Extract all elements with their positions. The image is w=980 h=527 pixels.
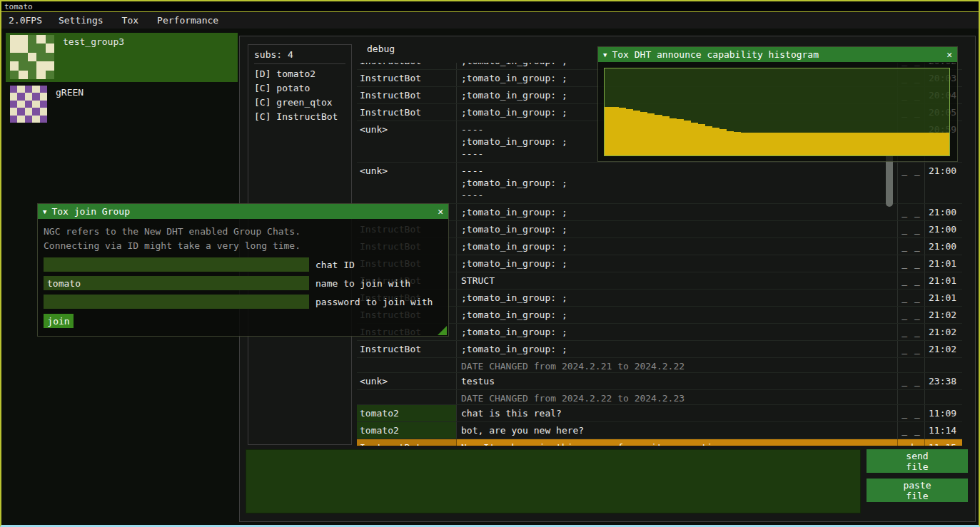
member-list-item[interactable]: [C] green_qtox [254, 96, 345, 110]
paste-file-button[interactable]: paste file [867, 479, 968, 502]
histogram-bar [712, 128, 719, 155]
histogram-bar [748, 133, 755, 155]
join-name-row: name to join with [44, 276, 443, 290]
message-status: _ _ [898, 307, 925, 323]
message-row[interactable]: tomato2bot, are you new here?_ _11:14 [357, 422, 962, 439]
message-status: _ _ [898, 373, 925, 389]
message-time: 21:00 [925, 204, 962, 220]
histogram-bar [670, 118, 677, 155]
member-list-item[interactable]: [C] InstructBot [254, 110, 345, 124]
message-text: ;tomato_in_group: ; [457, 307, 898, 323]
histogram-bar [762, 133, 769, 155]
histogram-bar [755, 133, 762, 155]
message-row[interactable]: <unk>testus_ _23:38 [357, 373, 962, 390]
resize-grip[interactable] [438, 326, 447, 335]
message-time: 21:00 [925, 163, 962, 203]
chat-id-input[interactable] [44, 257, 309, 272]
close-icon[interactable]: ✕ [946, 49, 952, 60]
join-name-input[interactable] [44, 276, 309, 290]
message-status: _ _ [898, 255, 925, 272]
message-status: _ _ [898, 272, 925, 289]
histogram-bar [719, 129, 727, 155]
message-sender: InstructBot [357, 104, 457, 121]
join-group-titlebar[interactable]: ▼ Tox join Group ✕ [38, 204, 448, 219]
chat-id-label: chat ID [315, 260, 355, 270]
histogram-bar [928, 133, 935, 155]
message-status: _ _ [898, 341, 925, 357]
message-status [898, 390, 925, 404]
message-sender: tomato2 [357, 405, 457, 421]
dht-histogram-titlebar[interactable]: ▼ Tox DHT announce capability histogram … [598, 47, 957, 62]
join-password-input[interactable] [44, 295, 309, 309]
menu-bar: 2.0FPS SettingsToxPerformance [1, 12, 979, 29]
message-time: 21:01 [925, 290, 962, 306]
histogram-bar [684, 121, 691, 155]
message-row[interactable]: <unk>---- ;tomato_in_group: ; ----_ _21:… [357, 163, 962, 204]
message-row[interactable]: InstructBotNo, I've been in this group f… [357, 439, 962, 446]
message-text: ;tomato_in_group: ; [457, 324, 898, 340]
histogram-bar [914, 133, 921, 155]
collapse-arrow-icon[interactable]: ▼ [43, 208, 46, 215]
system-message-row[interactable]: DATE CHANGED from 2024.2.22 to 2024.2.23 [357, 390, 962, 405]
message-text: STRUCT [457, 272, 898, 289]
subs-count-label: subs: 4 [254, 49, 345, 60]
message-status: _ _ [898, 204, 925, 220]
group-name-label: gREEN [56, 86, 84, 123]
histogram-bar [769, 133, 777, 155]
message-time: 21:00 [925, 238, 962, 255]
message-text: testus [457, 373, 898, 389]
menu-item-performance[interactable]: Performance [148, 15, 228, 26]
message-row[interactable]: InstructBot;tomato_in_group: ;_ _21:02 [357, 341, 962, 358]
message-status: _ _ [898, 324, 925, 340]
histogram-bar [899, 133, 906, 155]
message-text: ;tomato_in_group: ; [457, 341, 898, 357]
message-time [925, 390, 962, 404]
collapse-arrow-icon[interactable]: ▼ [603, 51, 607, 58]
message-time: 21:00 [925, 221, 962, 237]
message-text: ;tomato_in_group: ; [457, 255, 898, 272]
member-list-item[interactable]: [D] tomato2 [254, 67, 345, 81]
histogram-bar [777, 133, 784, 155]
menu-items: SettingsToxPerformance [49, 15, 228, 26]
message-time: 23:38 [925, 373, 962, 389]
message-sender: InstructBot [357, 341, 457, 357]
histogram-bar [647, 113, 655, 155]
menu-item-tox[interactable]: Tox [113, 15, 148, 26]
message-sender: <unk> [357, 163, 457, 203]
message-time: 11:14 [925, 422, 962, 439]
histogram-bar [863, 133, 870, 155]
join-button[interactable]: join [44, 314, 74, 328]
message-input[interactable] [246, 449, 861, 513]
chat-id-row: chat ID [44, 257, 443, 272]
message-text: ;tomato_in_group: ; [457, 204, 898, 220]
message-sender: <unk> [357, 121, 457, 162]
histogram-bar [612, 107, 619, 155]
message-time [925, 358, 962, 372]
close-icon[interactable]: ✕ [438, 206, 443, 217]
message-sender: InstructBot [357, 70, 457, 86]
histogram-bar [806, 133, 813, 155]
histogram-bar [834, 133, 842, 155]
join-group-window: ▼ Tox join Group ✕ NGC refers to the New… [37, 203, 449, 337]
sidebar-group-test_group3[interactable]: test_group3 [6, 33, 238, 82]
group-name-label: test_group3 [63, 35, 124, 80]
app-window: tomato 2.0FPS SettingsToxPerformance tes… [0, 0, 980, 527]
histogram-bar [884, 133, 891, 155]
message-status: _ _ [898, 405, 925, 421]
sidebar-group-gREEN[interactable]: gREEN [6, 83, 238, 125]
message-text: bot, are you new here? [457, 422, 898, 439]
histogram-bar [655, 115, 662, 155]
fps-counter: 2.0FPS [1, 15, 49, 26]
send-file-button[interactable]: send file [867, 449, 968, 473]
join-password-label: password to join with [315, 297, 433, 307]
histogram-bar [727, 131, 734, 155]
message-text: ;tomato_in_group: ; [457, 221, 898, 237]
join-hint-line1: NGC refers to the New DHT enabled Group … [44, 225, 443, 239]
menu-item-settings[interactable]: Settings [49, 15, 113, 26]
member-list-item[interactable]: [C] potato [254, 81, 345, 96]
system-message-row[interactable]: DATE CHANGED from 2024.2.21 to 2024.2.22 [357, 358, 962, 373]
message-row[interactable]: tomato2chat is this real?_ _11:09 [357, 405, 962, 422]
histogram-bar [827, 133, 834, 155]
histogram-bar [698, 124, 705, 155]
message-status: _ _ [898, 290, 925, 306]
